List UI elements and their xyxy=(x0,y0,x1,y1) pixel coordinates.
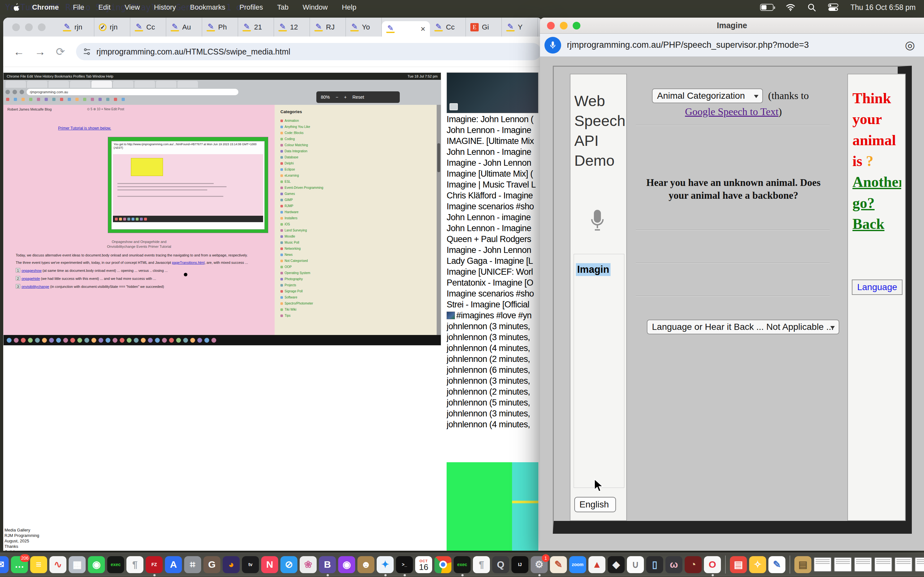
country-button[interactable]: United States xyxy=(574,521,627,521)
bbedit-icon[interactable]: B xyxy=(319,556,336,573)
media-list-item[interactable]: johnlennon (3 minutes, xyxy=(447,321,540,332)
playback-language-select[interactable]: Language or Hear it Back ... Not Applica… xyxy=(647,319,839,334)
category-link[interactable]: ESL xyxy=(280,179,323,185)
menu-chrome[interactable]: Chrome xyxy=(32,3,59,11)
tutorial-event-link[interactable]: onpageshow xyxy=(21,269,41,272)
zoom-icon[interactable]: zoom xyxy=(569,556,586,573)
category-link[interactable]: Spectro/Photometer xyxy=(280,300,323,306)
category-link[interactable]: RJMP xyxy=(280,203,323,209)
menu-view[interactable]: View xyxy=(125,3,140,11)
site-settings-icon[interactable] xyxy=(82,47,91,56)
minimized-window[interactable] xyxy=(915,557,924,572)
menu-window[interactable]: Window xyxy=(302,3,328,11)
media-list-item[interactable]: Imagine - John Lennon xyxy=(447,245,540,255)
category-link[interactable]: Games xyxy=(280,191,323,197)
terminal-icon[interactable]: >_ xyxy=(396,556,413,573)
menu-tab[interactable]: Tab xyxy=(277,3,288,11)
menu-bar-clock[interactable]: Thu 16 Oct 6:58 pm xyxy=(851,3,916,12)
microphone-icon[interactable] xyxy=(587,208,607,231)
safari-icon[interactable]: ✦ xyxy=(376,556,394,573)
media-list-item[interactable]: johnlennon (4 minutes, xyxy=(447,419,540,430)
facetime-icon[interactable]: ◉ xyxy=(88,556,105,573)
media-list-item[interactable]: johnlennon (6 minutes, xyxy=(447,364,540,376)
minimized-window[interactable] xyxy=(854,557,872,572)
menu-help[interactable]: Help xyxy=(342,3,356,11)
category-link[interactable]: Not Categorised xyxy=(280,258,323,264)
tutorial-event-link[interactable]: onpagehide xyxy=(21,277,40,280)
category-link[interactable]: Projects xyxy=(280,282,323,288)
menu-file[interactable]: File xyxy=(73,3,84,11)
control-center-icon[interactable] xyxy=(828,3,838,11)
category-link[interactable]: Photography xyxy=(280,276,323,282)
tutorial-event-link[interactable]: onvisibilitychange xyxy=(21,285,49,288)
category-link[interactable]: Networking xyxy=(280,245,323,251)
menu-bookmarks[interactable]: Bookmarks xyxy=(190,3,225,11)
browser-tab[interactable]: ✎Cc xyxy=(130,18,166,37)
media-list-item[interactable]: Queen + Paul Rodgers xyxy=(447,234,540,245)
back-icon[interactable]: ← xyxy=(13,45,24,58)
microphone-permission-icon[interactable] xyxy=(544,37,561,53)
minimized-window[interactable] xyxy=(834,557,852,572)
category-link[interactable]: Software xyxy=(280,294,323,300)
paint-app-icon[interactable]: ✎ xyxy=(550,556,567,573)
category-link[interactable]: Eclipse xyxy=(280,166,323,172)
media-list-item[interactable]: John Lennon - Imagine xyxy=(447,147,540,157)
close-tab-icon[interactable]: × xyxy=(421,24,425,34)
system-settings-icon[interactable]: ⚙1 xyxy=(531,556,548,573)
media-list-item[interactable]: johnlennon (5 minutes, xyxy=(447,397,540,408)
category-link[interactable]: iOS xyxy=(280,221,323,227)
exec-terminal-icon[interactable]: exec xyxy=(107,556,124,573)
category-link[interactable]: Signage Poll xyxy=(280,288,323,294)
browser-tab[interactable]: ✎Cc xyxy=(430,18,466,37)
media-list-item[interactable]: Imagine - John Lennon xyxy=(447,157,540,168)
browser-tab[interactable]: ✎× xyxy=(382,21,430,37)
minimized-window[interactable] xyxy=(814,557,832,572)
contacts-icon[interactable]: ☻ xyxy=(357,556,375,573)
menu-profiles[interactable]: Profiles xyxy=(239,3,263,11)
language-english-button[interactable]: English xyxy=(574,497,616,512)
cardhop-icon[interactable]: ▤ xyxy=(730,556,747,573)
category-link[interactable]: Database xyxy=(280,154,323,160)
transcript-area[interactable]: Imagin xyxy=(573,254,624,488)
category-link[interactable]: Code::Blocks xyxy=(280,130,323,136)
textedit-icon[interactable]: ¶ xyxy=(126,556,144,573)
browser-tab[interactable]: ✎12 xyxy=(274,18,310,37)
media-list-item[interactable]: johnlennon (2 minutes, xyxy=(447,386,540,397)
media-list-item[interactable]: Strei - Imagine [Official xyxy=(447,299,540,310)
notes-icon[interactable]: ≡ xyxy=(30,556,47,573)
media-list-item[interactable]: Imagine [Ultimate Mix] ( xyxy=(447,168,540,179)
photos-icon[interactable]: ❀ xyxy=(300,556,317,573)
chrome-icon[interactable] xyxy=(435,556,451,573)
browser-tab[interactable]: ✓rjn xyxy=(94,18,130,37)
media-list-item[interactable]: Chris Kläfford - Imagine xyxy=(447,190,540,201)
zoom-reset-button[interactable]: Reset xyxy=(352,95,364,100)
exec-terminal-2-icon[interactable]: exec xyxy=(454,556,471,573)
menu-history[interactable]: History xyxy=(154,3,176,11)
iphone-mirroring-icon[interactable]: ▯ xyxy=(646,556,663,573)
media-folder-icon[interactable]: ▤ xyxy=(795,556,811,573)
wifi-icon[interactable] xyxy=(786,3,795,11)
category-link[interactable]: Data Integration xyxy=(280,148,323,154)
apple-tv-icon[interactable]: tv xyxy=(242,556,259,573)
media-list-item[interactable]: johnlennon (3 minutes, xyxy=(447,332,540,343)
battery-icon[interactable] xyxy=(760,4,774,11)
media-list-item[interactable]: John Lennon - Imagine xyxy=(447,125,540,135)
firefox-icon[interactable]: ◕ xyxy=(223,556,240,573)
category-link[interactable]: Hardware xyxy=(280,209,323,215)
category-select[interactable]: Animal Categorization xyxy=(652,89,763,103)
category-link[interactable]: News xyxy=(280,251,323,258)
news-icon[interactable]: N xyxy=(261,556,278,573)
url-text[interactable]: rjmprogramming.com.au/PHP/speech_supervi… xyxy=(567,40,905,50)
zoom-in-icon[interactable]: + xyxy=(344,95,347,100)
category-link[interactable]: Moodle xyxy=(280,234,323,239)
another-go-link[interactable]: Another go? xyxy=(853,174,901,211)
browser-tab[interactable]: ✎RJ xyxy=(310,18,346,37)
spotlight-search-icon[interactable] xyxy=(808,3,816,11)
intellij-idea-icon[interactable]: IJ xyxy=(511,556,528,573)
browser-tab[interactable]: EGi xyxy=(466,18,502,37)
media-list-item[interactable]: Lady Gaga - Imagine [L xyxy=(447,255,540,266)
imagine-title-bar[interactable]: Imagine xyxy=(540,18,924,34)
media-list-item[interactable]: Imagine | Music Travel L xyxy=(447,179,540,190)
primer-tutorial-link[interactable]: Primer Tutorial is shown below. xyxy=(58,126,111,131)
browser-tab[interactable]: ✎Au xyxy=(166,18,202,37)
